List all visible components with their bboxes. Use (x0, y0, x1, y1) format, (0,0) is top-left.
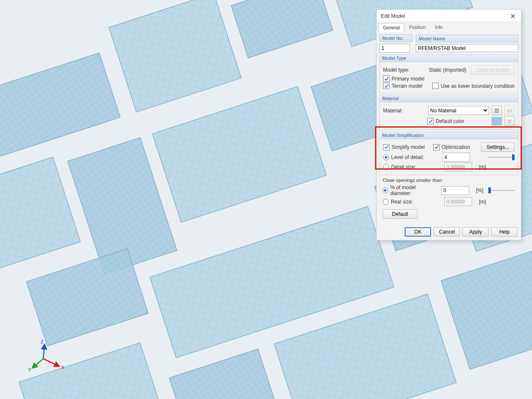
percent-diameter-radio[interactable]: % of model diameter: (383, 184, 433, 196)
svg-line-22 (43, 344, 45, 359)
section-material: Material Material: No Material (379, 95, 518, 130)
material-new-icon[interactable] (492, 106, 502, 115)
open-in-editor-button: Open in Editor (471, 65, 515, 75)
tab-position[interactable]: Position (404, 23, 430, 32)
default-button[interactable]: Default (383, 209, 417, 219)
terrain-model-checkbox[interactable]: Terrain model (383, 83, 423, 89)
model-no-header: Model No. (379, 34, 412, 42)
lower-boundary-checkbox[interactable]: Use as lower boundary condition (432, 83, 515, 89)
cancel-button[interactable]: Cancel (434, 227, 460, 237)
edit-model-dialog: Edit Model General Position Info Model N… (376, 9, 521, 240)
close-icon[interactable] (508, 12, 518, 20)
tab-general[interactable]: General (378, 23, 404, 32)
default-color-checkbox[interactable]: Default color (427, 118, 464, 124)
ok-button[interactable]: OK (405, 227, 431, 237)
axis-z-label: Z (41, 339, 44, 344)
model-type-label: Model type: (383, 67, 409, 73)
primary-model-checkbox[interactable]: Primary model (383, 75, 424, 82)
svg-rect-25 (510, 109, 512, 112)
axis-x-label: X (61, 365, 64, 370)
apply-button[interactable]: Apply (462, 227, 489, 237)
percent-diameter-slider[interactable] (488, 187, 515, 193)
material-label: Material: (383, 108, 426, 114)
svg-line-20 (43, 359, 59, 366)
axis-y-label: Y (28, 367, 31, 372)
model-no-input[interactable] (379, 44, 410, 53)
percent-diameter-unit: [%] (476, 187, 483, 193)
model-name-input[interactable] (416, 44, 518, 52)
highlight-box (375, 126, 522, 170)
axis-gizmo[interactable]: X Y Z (26, 342, 64, 380)
real-size-unit: [m] (479, 199, 486, 205)
real-size-radio[interactable]: Real size: (383, 199, 436, 205)
close-openings-label: Close openings smaller than: (383, 178, 515, 183)
percent-diameter-input[interactable] (441, 186, 469, 195)
color-expand-icon[interactable] (504, 116, 515, 126)
tab-strip: General Position Info (377, 22, 521, 32)
real-size-input (444, 197, 472, 206)
help-button[interactable]: Help (491, 227, 518, 237)
model-name-header: Model Name (416, 35, 518, 42)
tab-info[interactable]: Info (430, 23, 447, 32)
material-lib-icon (504, 106, 515, 115)
dialog-footer: OK Cancel Apply Help (377, 224, 521, 240)
color-swatch[interactable] (492, 117, 502, 126)
section-model-type: Model Type Model type: Static (imported)… (379, 54, 518, 93)
material-select[interactable]: No Material (428, 106, 489, 115)
svg-rect-24 (507, 109, 509, 112)
svg-line-21 (32, 359, 43, 368)
dialog-title: Edit Model (381, 13, 405, 19)
model-type-value: Static (imported) (412, 67, 468, 73)
